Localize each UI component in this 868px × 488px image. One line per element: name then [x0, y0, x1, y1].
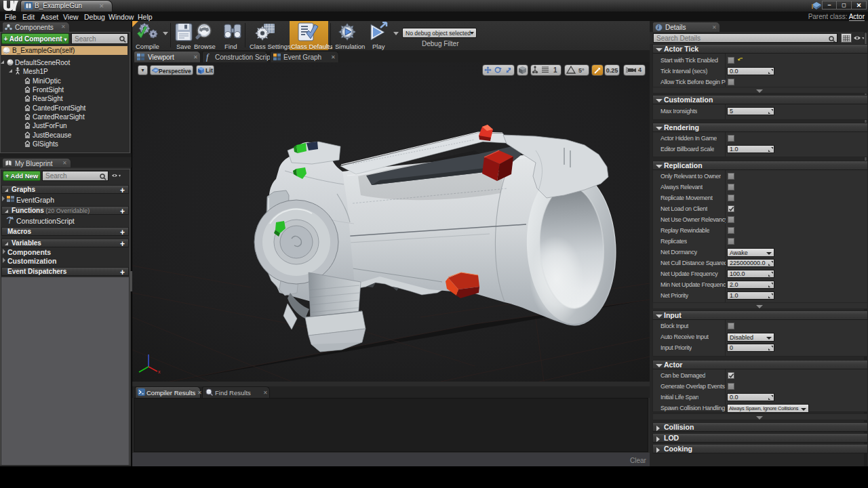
- svg-text:1: 1: [553, 66, 557, 74]
- svg-text:5°: 5°: [578, 67, 585, 74]
- svg-text:x: x: [158, 369, 161, 374]
